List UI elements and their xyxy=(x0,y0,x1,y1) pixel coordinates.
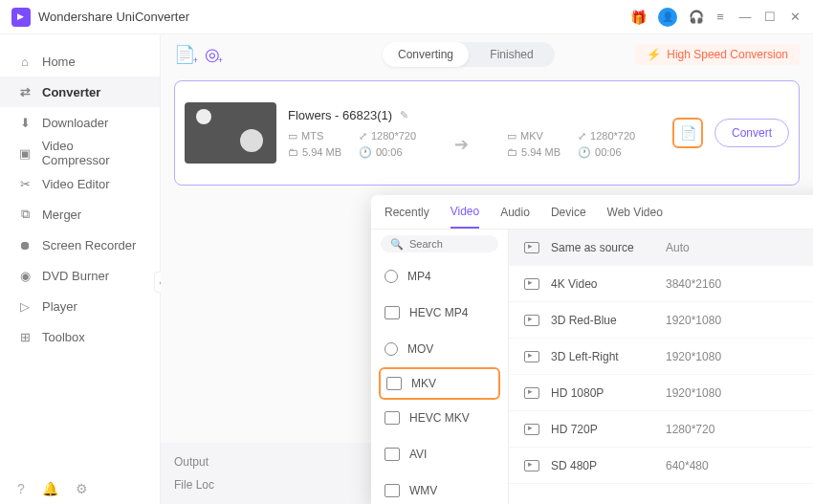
home-icon: ⌂ xyxy=(17,55,33,69)
downloader-icon: ⬇ xyxy=(17,116,33,130)
format-icon xyxy=(385,342,398,356)
video-icon xyxy=(524,351,539,362)
main: 📄+ ◎+ Converting Finished ⚡ High Speed C… xyxy=(161,34,813,504)
dst-duration: 🕐00:06 xyxy=(578,146,635,159)
sidebar-item-video-compressor[interactable]: ▣Video Compressor xyxy=(0,138,160,168)
resolution-item[interactable]: HD 720P1280*720✎ xyxy=(509,411,813,448)
sidebar-item-label: Downloader xyxy=(42,116,108,130)
gift-icon[interactable]: 🎁 xyxy=(630,10,647,25)
sidebar-item-label: Player xyxy=(42,299,77,314)
resolution-item[interactable]: 3D Red-Blue1920*1080✎ xyxy=(509,302,813,339)
search-input[interactable] xyxy=(409,238,486,250)
popover-tab-video[interactable]: Video xyxy=(450,195,479,229)
sidebar-item-label: Merger xyxy=(42,208,81,222)
resolution-value: 1920*1080 xyxy=(666,350,813,363)
resolution-item[interactable]: 4K Video3840*2160✎ xyxy=(509,266,813,302)
player-icon: ▷ xyxy=(17,299,33,314)
resolution-name: 3D Left-Right xyxy=(551,350,666,363)
format-item-hevc-mkv[interactable]: HEVC MKV xyxy=(371,400,508,436)
resolution-item[interactable]: SD 480P640*480✎ xyxy=(509,448,813,484)
output-settings-button[interactable]: 📄 xyxy=(672,118,703,148)
avatar-icon[interactable]: 👤 xyxy=(658,8,677,27)
help-icon[interactable]: ? xyxy=(17,481,25,496)
tab-converting[interactable]: Converting xyxy=(383,42,469,67)
minimize-button[interactable]: — xyxy=(738,10,752,24)
format-label: HEVC MKV xyxy=(409,411,470,425)
popover-tab-web-video[interactable]: Web Video xyxy=(607,195,663,229)
format-label: WMV xyxy=(409,484,437,497)
titlebar-right: 🎁 👤 🎧 ≡ — ☐ ✕ xyxy=(630,8,802,27)
resolution-value: 3840*2160 xyxy=(666,277,813,291)
video-icon xyxy=(524,424,539,435)
notification-icon[interactable]: 🔔 xyxy=(42,481,58,496)
thumbnail[interactable] xyxy=(185,102,276,164)
tab-finished[interactable]: Finished xyxy=(469,42,555,67)
popover-tab-recently[interactable]: Recently xyxy=(385,195,429,229)
sidebar-item-screen-recorder[interactable]: ⏺Screen Recorder xyxy=(0,230,160,260)
format-item-mp4[interactable]: MP4 xyxy=(371,258,508,295)
format-icon xyxy=(385,306,400,319)
video-icon xyxy=(524,278,539,290)
sidebar-item-downloader[interactable]: ⬇Downloader xyxy=(0,107,160,138)
search-icon: 🔍 xyxy=(390,238,404,251)
src-resolution: ⤢1280*720 xyxy=(359,130,416,142)
add-dvd-button[interactable]: ◎+ xyxy=(205,44,220,65)
sidebar-item-label: DVD Burner xyxy=(42,269,109,283)
bolt-icon: ⚡ xyxy=(647,48,661,61)
settings-icon[interactable]: ⚙ xyxy=(76,481,88,496)
add-file-button[interactable]: 📄+ xyxy=(174,44,195,65)
sidebar-item-label: Video Editor xyxy=(42,177,110,191)
format-label: HEVC MP4 xyxy=(409,306,468,319)
format-item-wmv[interactable]: WMV xyxy=(371,472,508,504)
source-specs: ▭MTS ⤢1280*720 🗀5.94 MB 🕐00:06 xyxy=(288,130,416,159)
format-icon xyxy=(385,270,398,283)
sidebar-item-home[interactable]: ⌂Home xyxy=(0,46,160,77)
resolution-item[interactable]: Same as sourceAuto✎ xyxy=(509,230,813,266)
format-icon xyxy=(385,448,400,461)
format-item-mov[interactable]: MOV xyxy=(371,331,508,367)
support-icon[interactable]: 🎧 xyxy=(689,10,702,24)
clock-icon: 🕐 xyxy=(578,146,591,159)
resize-icon: ⤢ xyxy=(578,130,586,142)
resolution-value: 640*480 xyxy=(666,459,813,472)
maximize-button[interactable]: ☐ xyxy=(763,10,777,24)
format-label: MKV xyxy=(411,377,436,390)
popover-left: 🔍 MP4HEVC MP4MOVMKVHEVC MKVAVIWMV xyxy=(371,230,509,504)
sidebar-footer: ? 🔔 ⚙ xyxy=(0,481,88,496)
sidebar-item-toolbox[interactable]: ⊞Toolbox xyxy=(0,321,160,352)
format-item-mkv[interactable]: MKV xyxy=(379,367,500,400)
folder-icon: 🗀 xyxy=(507,146,517,158)
merger-icon: ⧉ xyxy=(17,207,33,222)
app-title: Wondershare UniConverter xyxy=(38,10,189,24)
resolution-name: Same as source xyxy=(551,241,666,254)
resolution-item[interactable]: 3D Left-Right1920*1080✎ xyxy=(509,339,813,375)
format-item-hevc-mp4[interactable]: HEVC MP4 xyxy=(371,295,508,331)
menu-icon[interactable]: ≡ xyxy=(714,10,727,24)
popover-tab-device[interactable]: Device xyxy=(551,195,586,229)
src-duration: 🕐00:06 xyxy=(359,146,416,159)
sidebar-item-label: Home xyxy=(42,55,76,69)
high-speed-toggle[interactable]: ⚡ High Speed Conversion xyxy=(635,44,800,65)
close-button[interactable]: ✕ xyxy=(788,10,802,24)
sidebar: ⌂Home⇄Converter⬇Downloader▣Video Compres… xyxy=(0,34,161,504)
rename-icon[interactable]: ✎ xyxy=(400,109,408,121)
dst-format: ▭MKV xyxy=(507,130,560,142)
resolution-value: 1280*720 xyxy=(666,423,813,436)
sidebar-item-label: Toolbox xyxy=(42,330,85,344)
arrow-icon: ➔ xyxy=(454,134,469,155)
resolution-item[interactable]: HD 1080P1920*1080✎ xyxy=(509,375,813,411)
dst-resolution: ⤢1280*720 xyxy=(578,130,635,142)
sidebar-item-player[interactable]: ▷Player xyxy=(0,291,160,321)
popover-tab-audio[interactable]: Audio xyxy=(500,195,530,229)
sidebar-item-label: Converter xyxy=(42,85,100,99)
sidebar-item-dvd-burner[interactable]: ◉DVD Burner xyxy=(0,260,160,291)
search-box[interactable]: 🔍 xyxy=(381,235,498,252)
src-format: ▭MTS xyxy=(288,130,341,142)
popover-tabs: RecentlyVideoAudioDeviceWeb Video xyxy=(371,195,813,230)
sidebar-item-merger[interactable]: ⧉Merger xyxy=(0,199,160,230)
convert-button[interactable]: Convert xyxy=(714,119,789,147)
format-item-avi[interactable]: AVI xyxy=(371,436,508,472)
sidebar-item-video-editor[interactable]: ✂Video Editor xyxy=(0,168,160,199)
top-row: 📄+ ◎+ Converting Finished ⚡ High Speed C… xyxy=(161,34,813,75)
sidebar-item-converter[interactable]: ⇄Converter xyxy=(0,77,160,107)
